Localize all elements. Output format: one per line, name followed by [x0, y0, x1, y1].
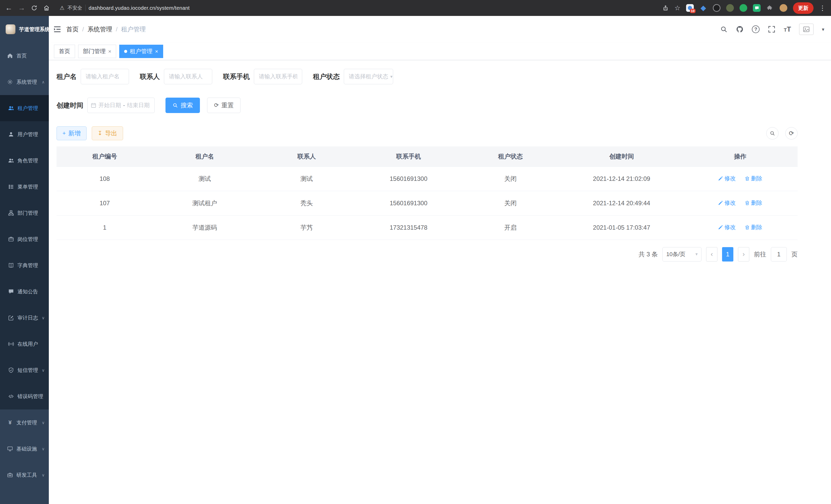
pencil-icon	[718, 225, 723, 230]
cell-actions: 修改 删除	[683, 167, 798, 191]
fullscreen-icon[interactable]	[768, 25, 775, 33]
breadcrumb-system[interactable]: 系统管理	[88, 25, 112, 33]
edit-link[interactable]: 修改	[718, 199, 736, 207]
sidebar-item-tenant[interactable]: 租户管理	[0, 95, 49, 121]
sidebar-item-role[interactable]: 角色管理	[0, 147, 49, 174]
trash-icon	[745, 176, 750, 181]
toggle-search-button[interactable]	[766, 127, 779, 140]
address-bar[interactable]: ⚠ 不安全 dashboard.yudao.iocoder.cn/system/…	[60, 5, 190, 11]
browser-forward-button[interactable]: →	[18, 4, 25, 11]
filter-tenant-name: 租户名	[57, 69, 129, 84]
avatar-caret-icon[interactable]: ▾	[822, 26, 824, 32]
export-button[interactable]: ↧ 导出	[92, 126, 123, 140]
sidebar-item-dict[interactable]: 字典管理	[0, 252, 49, 278]
browser-home-button[interactable]	[43, 5, 50, 11]
users-icon	[8, 105, 14, 111]
close-icon[interactable]: ×	[108, 49, 111, 54]
cell-status: 关闭	[460, 191, 561, 215]
search-icon[interactable]	[720, 25, 728, 33]
start-date-input[interactable]	[98, 102, 121, 109]
sidebar-item-label: 通知公告	[18, 288, 38, 295]
edit-link[interactable]: 修改	[718, 224, 736, 231]
delete-link[interactable]: 删除	[745, 199, 763, 207]
tab-dept[interactable]: 部门管理 ×	[78, 45, 116, 58]
page-size-select[interactable]: 10条/页 ▾	[662, 247, 701, 262]
close-icon[interactable]: ×	[155, 49, 158, 54]
prev-page-button[interactable]: ‹	[706, 247, 717, 262]
browser-reload-button[interactable]	[31, 5, 37, 11]
font-size-icon[interactable]: TT	[784, 25, 791, 33]
extension-icon[interactable]: 10	[686, 4, 694, 12]
date-range-picker[interactable]: -	[87, 98, 155, 113]
shield-icon	[8, 367, 14, 373]
search-button[interactable]: 搜索	[166, 98, 200, 113]
breadcrumb-home[interactable]: 首页	[66, 25, 79, 33]
tab-tenant[interactable]: 租户管理 ×	[119, 45, 163, 58]
add-button[interactable]: + 新增	[57, 126, 87, 140]
tenant-name-input[interactable]	[81, 69, 129, 84]
sidebar-item-notice[interactable]: 通知公告	[0, 278, 49, 305]
share-icon[interactable]	[662, 5, 669, 11]
refresh-icon: ⟳	[789, 130, 794, 137]
sidebar-item-system[interactable]: 系统管理 ∧	[0, 69, 49, 95]
logo-image	[6, 24, 16, 34]
tab-home[interactable]: 首页	[54, 45, 75, 58]
sidebar-item-user[interactable]: 用户管理	[0, 121, 49, 147]
sidebar-item-menu[interactable]: 菜单管理	[0, 174, 49, 200]
sidebar-item-online-users[interactable]: 在线用户	[0, 331, 49, 357]
edit-link[interactable]: 修改	[718, 175, 736, 182]
end-date-input[interactable]	[126, 102, 150, 109]
tab-label: 部门管理	[83, 48, 106, 55]
book-icon	[8, 263, 14, 268]
extension-icon[interactable]	[740, 4, 747, 12]
extension-icon[interactable]	[753, 4, 761, 12]
sidebar-item-sms[interactable]: 短信管理 ∨	[0, 357, 49, 383]
reset-button[interactable]: ⟳ 重置	[207, 98, 240, 113]
search-icon	[770, 130, 775, 136]
github-icon[interactable]	[736, 25, 744, 33]
add-button-label: 新增	[68, 129, 81, 138]
extension-icon[interactable]: ◆	[699, 4, 707, 12]
url-text: dashboard.yudao.iocoder.cn/system/tenant	[89, 5, 190, 11]
contact-input[interactable]	[164, 69, 212, 84]
phone-input[interactable]	[254, 69, 302, 84]
user-avatar[interactable]	[799, 24, 813, 35]
sidebar-item-label: 用户管理	[18, 131, 38, 138]
status-select[interactable]: 请选择租户状态 ▾	[344, 69, 393, 84]
browser-menu-icon[interactable]: ⋮	[819, 4, 826, 12]
sidebar-item-post[interactable]: 岗位管理	[0, 226, 49, 252]
bookmark-star-icon[interactable]: ☆	[675, 5, 681, 11]
delete-link[interactable]: 删除	[745, 175, 763, 182]
page-size-value: 10条/页	[666, 250, 686, 258]
delete-link[interactable]: 删除	[745, 224, 763, 231]
extensions-puzzle-icon[interactable]	[766, 4, 774, 12]
filter-contact: 联系人	[140, 69, 212, 84]
briefcase-icon	[8, 236, 14, 242]
browser-back-button[interactable]: ←	[5, 4, 12, 11]
sidebar-item-error-code[interactable]: 错误码管理	[0, 383, 49, 410]
org-tree-icon	[8, 210, 14, 216]
current-page-button[interactable]: 1	[722, 247, 733, 262]
refresh-button[interactable]: ⟳	[785, 127, 798, 140]
app-logo[interactable]: 芋道管理系统	[0, 16, 49, 42]
sidebar-item-dept[interactable]: 部门管理	[0, 200, 49, 226]
goto-page-input[interactable]	[771, 247, 787, 262]
extension-icon[interactable]	[726, 4, 734, 12]
toolbox-icon	[7, 472, 13, 478]
extension-icon[interactable]	[713, 4, 720, 12]
browser-update-button[interactable]: 更新	[793, 2, 813, 14]
navbar-actions: ? TT ▾	[720, 24, 824, 35]
sidebar-item-infra[interactable]: 基础设施 ∨	[0, 436, 49, 462]
sidebar-item-dev-tools[interactable]: 研发工具 ∨	[0, 462, 49, 488]
tags-view: 首页 部门管理 × 租户管理 ×	[49, 42, 831, 60]
help-icon[interactable]: ?	[752, 25, 760, 33]
goto-label: 前往	[754, 250, 766, 259]
sidebar-toggle-icon[interactable]	[53, 25, 62, 34]
sidebar-item-audit-log[interactable]: 审计日志 ∨	[0, 305, 49, 331]
total-count: 共 3 条	[638, 250, 658, 259]
pencil-icon	[718, 200, 723, 206]
sidebar-item-payment[interactable]: ¥ 支付管理 ∨	[0, 410, 49, 436]
next-page-button[interactable]: ›	[738, 247, 749, 262]
sidebar-item-home[interactable]: 首页	[0, 42, 49, 69]
profile-avatar[interactable]	[780, 4, 787, 12]
